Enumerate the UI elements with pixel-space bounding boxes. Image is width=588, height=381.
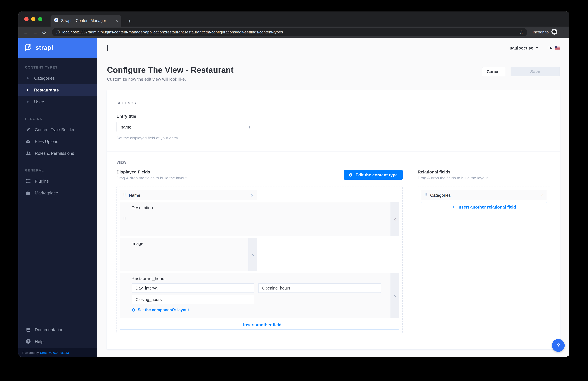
sidebar-item-label: Marketplace (35, 190, 58, 195)
browser-tab-strip: Strapi – Content Manager × + (18, 11, 569, 27)
displayed-fields-column: Displayed Fields Drag & drop the fields … (116, 170, 403, 333)
sidebar-item-help[interactable]: ? Help (18, 335, 97, 347)
set-component-layout-link[interactable]: ⚙ Set the component's layout (132, 308, 386, 312)
window-minimize-button[interactable] (31, 17, 35, 21)
bullet-icon (27, 89, 29, 91)
component-name: Restaurant_hours (132, 276, 166, 281)
displayed-fields-titles: Displayed Fields Drag & drop the fields … (116, 170, 187, 180)
page-header: Configure The View - Restaurant Customiz… (107, 65, 560, 82)
address-bar[interactable]: ⓘ localhost:1337/admin/plugins/content-m… (52, 28, 527, 36)
sidebar-item-label: Content Type Builder (35, 127, 74, 132)
remove-field-strip[interactable]: × (390, 202, 399, 236)
incognito-label: Incognito (533, 30, 549, 34)
strapi-logo-icon (24, 43, 32, 52)
user-menu[interactable]: paulbocuse ▾ (510, 45, 538, 50)
select-stepper-icon: ▴▾ (249, 125, 250, 129)
bookmark-star-icon[interactable]: ☆ (519, 30, 523, 35)
window-zoom-button[interactable] (38, 17, 42, 21)
language-selector[interactable]: EN (547, 46, 560, 50)
relational-fields-hint: Drag & drop the fields to build the layo… (418, 176, 488, 180)
list-icon (25, 179, 31, 183)
sidebar-item-users[interactable]: Users (18, 96, 97, 108)
view-section-label: VIEW (116, 160, 550, 164)
drag-handle-icon: ⠿ (123, 252, 126, 256)
save-button[interactable]: Save (511, 67, 560, 76)
browser-menu-icon[interactable]: ⋮ (560, 29, 566, 35)
window-controls (24, 17, 42, 21)
remove-field-icon[interactable]: × (247, 193, 257, 198)
strapi-version-link[interactable]: Strapi v3.0.0-next.33 (40, 351, 69, 354)
remove-field-icon[interactable]: × (537, 193, 547, 198)
edit-content-type-button[interactable]: ⚙ Edit the content type (344, 170, 403, 180)
component-field-day-interval[interactable]: Day_interval (132, 283, 254, 293)
sidebar-item-label: Categories (34, 76, 55, 80)
page-title: Configure The View - Restaurant (107, 65, 233, 75)
forward-nav-icon[interactable]: → (31, 30, 39, 35)
incognito-icon (551, 29, 557, 36)
reload-icon[interactable]: ⟳ (40, 30, 49, 35)
book-icon (25, 327, 31, 332)
sidebar-item-plugins[interactable]: Plugins (18, 175, 97, 187)
window-close-button[interactable] (24, 17, 29, 21)
bullet-icon (27, 101, 29, 102)
sidebar-item-files-upload[interactable]: Files Upload (18, 135, 97, 147)
remove-field-icon: × (393, 217, 396, 221)
strapi-admin-app: strapi CONTENT TYPES Categories Restaura… (18, 38, 569, 357)
settings-card: SETTINGS Entry title name ▴▾ Set the dis… (107, 90, 560, 349)
field-label: Categories (430, 193, 451, 198)
component-field-opening-hours[interactable]: Opening_hours (258, 283, 381, 293)
field-image[interactable]: ⠿ Image × (120, 238, 257, 271)
sidebar-item-content-type-builder[interactable]: Content Type Builder (18, 124, 97, 135)
sidebar-item-marketplace[interactable]: Marketplace (18, 187, 97, 199)
back-nav-icon[interactable]: ← (22, 30, 30, 35)
component-field-closing-hours[interactable]: Closing_hours (132, 295, 254, 304)
back-button[interactable] (107, 45, 108, 51)
help-fab-button[interactable]: ? (552, 339, 565, 352)
new-tab-button[interactable]: + (126, 18, 133, 24)
remove-field-strip[interactable]: × (390, 273, 399, 318)
cancel-button[interactable]: Cancel (482, 67, 505, 76)
section-label-plugins: PLUGINS (18, 117, 97, 121)
incognito-badge: Incognito (533, 29, 557, 36)
tab-close-icon[interactable]: × (116, 18, 118, 23)
powered-by-text: Powered by (22, 351, 39, 354)
site-info-icon[interactable]: ⓘ (56, 29, 60, 35)
component-restaurant-hours[interactable]: ⠿ Restaurant_hours Day_interval Opening_… (120, 273, 399, 318)
edit-content-type-label: Edit the content type (356, 172, 398, 177)
insert-another-relational-field-button[interactable]: + Insert another relational field (421, 202, 547, 212)
cloud-upload-icon (25, 139, 31, 143)
username: paulbocuse (510, 45, 533, 50)
sidebar-item-roles-permissions[interactable]: Roles & Permissions (18, 147, 97, 159)
entry-title-select[interactable]: name ▴▾ (116, 122, 254, 132)
sidebar-item-documentation[interactable]: Documentation (18, 324, 97, 335)
remove-field-icon: × (251, 252, 254, 257)
sidebar-bottom: Documentation ? Help (18, 324, 97, 348)
drag-strip[interactable]: ⠿ (120, 273, 129, 318)
insert-another-field-label: Insert another field (243, 322, 282, 327)
sidebar-item-restaurants[interactable]: Restaurants (18, 84, 97, 96)
sidebar-item-categories[interactable]: Categories (18, 72, 97, 84)
insert-another-field-button[interactable]: + Insert another field (120, 320, 399, 330)
drag-strip[interactable]: ⠿ (120, 202, 129, 236)
field-description[interactable]: ⠿ Description × (120, 202, 399, 236)
field-label: Name (129, 193, 140, 198)
sidebar-item-label: Restaurants (34, 87, 59, 92)
relational-fields-titles: Relational fields Drag & drop the fields… (418, 170, 488, 180)
drag-strip[interactable]: ⠿ (120, 238, 129, 271)
drag-handle-icon[interactable]: ⠿ (120, 193, 129, 197)
drag-handle-icon[interactable]: ⠿ (421, 193, 430, 197)
relational-fields-column: Relational fields Drag & drop the fields… (418, 170, 550, 333)
field-name[interactable]: ⠿ Name × (120, 190, 257, 200)
language-code: EN (547, 46, 553, 50)
remove-field-strip[interactable]: × (248, 238, 257, 271)
displayed-fields-title: Displayed Fields (116, 170, 187, 174)
pencil-icon (25, 127, 31, 132)
chevron-down-icon: ▾ (536, 46, 538, 50)
strapi-logo-text: strapi (35, 44, 53, 51)
browser-tab[interactable]: Strapi – Content Manager × (51, 15, 121, 27)
insert-another-relational-field-label: Insert another relational field (457, 205, 516, 210)
displayed-fields-hint: Drag & drop the fields to build the layo… (116, 176, 187, 180)
field-categories[interactable]: ⠿ Categories × (421, 190, 547, 200)
sidebar-item-label: Users (34, 99, 45, 104)
strapi-logo-header[interactable]: strapi (18, 38, 97, 58)
